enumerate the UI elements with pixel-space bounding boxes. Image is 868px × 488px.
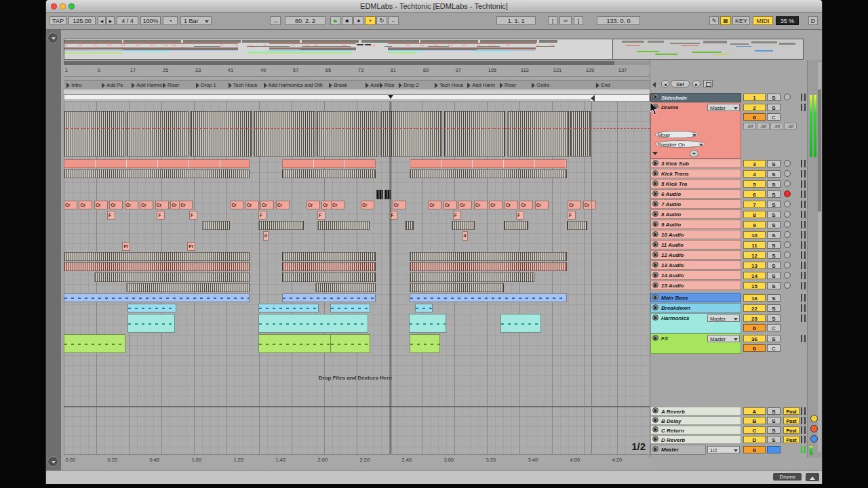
clip[interactable] (444, 111, 506, 157)
solo-button[interactable]: S (767, 201, 781, 208)
vertical-scrollbar-handle[interactable] (818, 89, 821, 211)
locator[interactable]: Rise (380, 81, 395, 89)
clip[interactable]: Pr (187, 242, 195, 251)
clip[interactable] (191, 111, 252, 157)
output-route-selector[interactable]: Master (707, 335, 740, 342)
solo-button[interactable]: S (767, 426, 781, 434)
lane-return-d[interactable] (64, 435, 650, 445)
unfold-track-icon[interactable] (652, 170, 658, 176)
solo-button[interactable]: S (767, 294, 781, 302)
solo-button[interactable]: S (767, 211, 781, 218)
clip[interactable]: Cr (428, 201, 441, 209)
arm-button[interactable] (784, 282, 791, 289)
solo-button[interactable]: S (767, 407, 781, 415)
lane-kick-sub[interactable] (64, 159, 650, 169)
clip[interactable]: Cr (583, 201, 597, 209)
loop-length-field[interactable]: 133. 0. 0 (597, 16, 640, 25)
computer-midi-keyboard-icon[interactable]: ▦ (720, 16, 731, 25)
send-field[interactable]: -inf (770, 123, 783, 129)
arrangement-overview[interactable] (64, 39, 804, 60)
locator[interactable]: Riser (500, 81, 517, 89)
locator[interactable]: End (596, 81, 610, 89)
clip[interactable]: Cr (443, 201, 457, 209)
cue-volume-field[interactable] (767, 446, 781, 453)
clip[interactable] (330, 304, 370, 312)
add-device-button[interactable]: + (690, 150, 698, 157)
clip[interactable]: Cr (245, 201, 259, 209)
solo-button[interactable]: S (767, 94, 781, 101)
clip[interactable]: Cr (276, 201, 290, 209)
send-field[interactable]: -inf (757, 123, 770, 129)
track-number[interactable]: 15 (743, 282, 766, 289)
solo-button[interactable]: S (767, 221, 781, 228)
lane-return-c[interactable] (64, 426, 650, 435)
clip[interactable]: Cr (474, 201, 488, 209)
clip[interactable]: F (107, 211, 115, 220)
clip[interactable] (504, 221, 528, 230)
clip[interactable] (64, 111, 125, 157)
clip[interactable] (282, 252, 375, 261)
post-toggle[interactable]: Post (783, 426, 800, 434)
loop-region[interactable] (64, 99, 591, 101)
clip[interactable] (376, 190, 383, 199)
unfold-track-icon[interactable] (652, 417, 658, 423)
track-name[interactable]: Master (650, 445, 706, 455)
volume-field[interactable]: 0 (743, 324, 766, 331)
unfold-track-icon[interactable] (652, 160, 658, 166)
solo-button[interactable]: S (767, 436, 781, 443)
arm-button[interactable] (784, 201, 791, 207)
clip[interactable] (202, 221, 230, 230)
clip[interactable] (258, 314, 368, 333)
clip[interactable]: F (258, 211, 267, 220)
solo-button[interactable]: S (767, 272, 781, 279)
clip[interactable] (64, 169, 250, 178)
show-info-toggle-icon[interactable] (47, 456, 58, 467)
clip[interactable]: Cr (179, 201, 193, 209)
unfold-track-icon[interactable] (652, 426, 658, 432)
clip[interactable] (410, 252, 567, 261)
unfold-track-icon[interactable] (652, 436, 658, 442)
track-name[interactable]: 8 Audio (650, 209, 741, 219)
prev-locator-button[interactable]: ◂ (661, 80, 669, 87)
clip[interactable]: Cr (230, 201, 243, 209)
track-name[interactable]: 12 Audio (650, 250, 741, 260)
track-number[interactable]: 7 (743, 201, 766, 208)
lane-audio-7[interactable]: CrCrCrCrCrCrCrCrCrCrCrCrCrCrCrCrCrCrCrCr… (64, 200, 650, 210)
lane-kick-5[interactable] (64, 179, 650, 189)
clip[interactable] (127, 304, 176, 312)
arm-button[interactable] (784, 190, 791, 197)
locator[interactable]: Tech Hous (435, 81, 463, 89)
clip[interactable] (409, 314, 446, 333)
track-name[interactable]: 9 Audio (650, 220, 741, 229)
solo-button[interactable]: S (767, 314, 781, 322)
track-name[interactable]: Sidechain (650, 93, 741, 102)
track-number[interactable]: 9 (743, 221, 766, 228)
clip[interactable] (64, 334, 125, 353)
clip[interactable] (94, 272, 250, 282)
clip[interactable]: Cr (331, 201, 344, 209)
clip[interactable] (410, 334, 440, 353)
track-number[interactable]: 3 (743, 160, 766, 167)
clip[interactable] (507, 111, 569, 157)
lane-sidechain[interactable] (64, 102, 650, 110)
track-name[interactable]: D Reverb (650, 435, 741, 444)
clip[interactable] (282, 169, 375, 178)
metronome-toggle-icon[interactable]: ◔ (163, 16, 178, 25)
output-route-selector[interactable]: Master (707, 104, 740, 111)
lane-audio-10[interactable]: dd (64, 230, 650, 241)
locator[interactable]: Add Pe (102, 81, 123, 89)
clip[interactable] (410, 272, 534, 282)
solo-button[interactable]: S (767, 104, 781, 111)
track-name[interactable]: 11 Audio (650, 240, 741, 249)
clip[interactable]: d (263, 231, 269, 241)
clip[interactable]: F (568, 211, 576, 220)
solo-button[interactable]: S (767, 180, 781, 188)
track-number[interactable]: 11 (743, 241, 766, 249)
midi-map-button[interactable]: MIDI (753, 16, 773, 25)
track-name[interactable]: 5 Kick Tra (650, 179, 741, 188)
solo-button[interactable]: S (767, 190, 781, 198)
post-toggle[interactable]: Post (783, 436, 800, 443)
clip[interactable] (282, 159, 375, 168)
clip[interactable] (380, 111, 442, 157)
arm-button[interactable] (784, 221, 791, 228)
